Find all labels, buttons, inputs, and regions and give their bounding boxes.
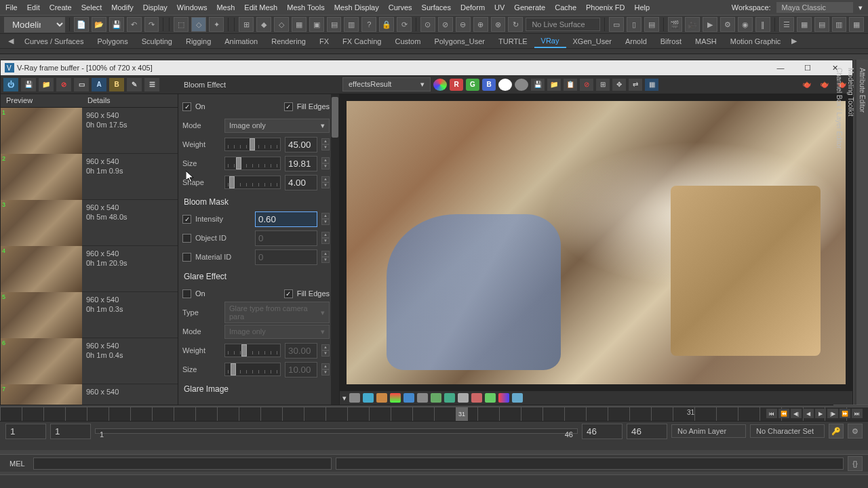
menu-display[interactable]: Display — [143, 3, 167, 12]
menu-create[interactable]: Create — [50, 3, 72, 12]
goto-end-icon[interactable]: ⏭ — [852, 409, 863, 418]
range-start-input[interactable] — [5, 424, 46, 439]
ch2-icon[interactable]: ⊘ — [438, 17, 453, 32]
vp-copy-icon[interactable]: 📋 — [564, 79, 577, 91]
green-channel-button[interactable]: G — [466, 79, 479, 91]
history-list[interactable]: 1960 x 5400h 0m 17.5s 2960 x 5400h 1m 0.… — [1, 108, 178, 405]
toggle1-icon[interactable]: ▭ — [609, 17, 624, 32]
channel-select[interactable]: effectsResult▾ — [342, 77, 431, 92]
bloom-weight-spinner[interactable]: ▲▼ — [321, 138, 330, 150]
settings-scrollbar[interactable] — [331, 94, 339, 405]
open-scene-icon[interactable]: 📂 — [92, 17, 106, 32]
save-scene-icon[interactable]: 💾 — [109, 17, 124, 32]
minimize-button[interactable]: — — [767, 60, 794, 75]
history-preview-header[interactable]: Preview — [1, 94, 82, 107]
shelf-tab-sculpting[interactable]: Sculpting — [135, 35, 179, 47]
anim-layer-select[interactable]: No Anim Layer — [671, 424, 746, 438]
toggle3-icon[interactable]: ▤ — [644, 17, 659, 32]
intensity-input[interactable] — [255, 211, 317, 227]
panel5-icon[interactable]: ▦ — [849, 17, 864, 32]
menu-cache[interactable]: Cache — [555, 3, 576, 12]
history-item[interactable]: 5960 x 5400h 1m 0.3s — [1, 292, 178, 338]
cc-ocio-icon[interactable] — [458, 393, 469, 403]
range-slider[interactable]: 146 — [95, 428, 578, 434]
bloom-weight-slider[interactable] — [224, 138, 281, 151]
materialid-input[interactable] — [255, 249, 317, 265]
glare-filledges-checkbox[interactable] — [284, 289, 293, 298]
new-scene-icon[interactable]: 📄 — [74, 17, 89, 32]
mode-select[interactable]: Modeling — [4, 17, 65, 33]
teapot-green-icon[interactable]: 🫖 — [800, 79, 814, 91]
alpha-gray-icon[interactable] — [515, 79, 528, 91]
shelf-tab-turtle[interactable]: TURTLE — [492, 35, 534, 47]
history-item[interactable]: 1960 x 5400h 0m 17.5s — [1, 108, 178, 154]
shelf-next-icon[interactable]: ▶ — [787, 37, 801, 45]
history-item[interactable]: 2960 x 5400h 1m 0.9s — [1, 154, 178, 200]
goto-start-icon[interactable]: ⏮ — [766, 409, 777, 418]
bloom-mode-select[interactable]: Image only▾ — [224, 119, 330, 133]
rgb-color-icon[interactable] — [433, 79, 447, 91]
snap-curve-icon[interactable]: ◆ — [256, 17, 271, 32]
glare-mode-select[interactable]: Image only▾ — [224, 325, 330, 339]
vp-track-icon[interactable]: ✥ — [612, 79, 626, 91]
menu-mesh-tools[interactable]: Mesh Tools — [287, 3, 324, 12]
glare-size-spinner[interactable]: ▲▼ — [321, 363, 330, 375]
play-back-icon[interactable]: ◀ — [803, 409, 814, 418]
cc-hue-icon[interactable] — [376, 393, 387, 403]
intensity-spinner[interactable]: ▲▼ — [321, 213, 330, 225]
render-current-icon[interactable]: 🎥 — [685, 17, 700, 32]
vfb-region-icon[interactable]: ▭ — [74, 78, 89, 92]
menu-windows[interactable]: Windows — [177, 3, 208, 12]
undo-icon[interactable]: ↶ — [127, 17, 142, 32]
menu-phoenix[interactable]: Phoenix FD — [586, 3, 625, 12]
redo-icon[interactable]: ↷ — [144, 17, 159, 32]
step-back-icon[interactable]: ⏪ — [778, 409, 789, 418]
pause-icon[interactable]: ‖ — [755, 17, 770, 32]
bloom-shape-spinner[interactable]: ▲▼ — [321, 176, 330, 188]
shelf-tab-fxcaching[interactable]: FX Caching — [336, 35, 388, 47]
menu-help[interactable]: Help — [634, 3, 650, 12]
shelf-tab-vray[interactable]: VRay — [534, 35, 566, 48]
cc-white-balance-icon[interactable] — [363, 393, 374, 403]
ch6-icon[interactable]: ↻ — [508, 17, 523, 32]
render-image-area[interactable] — [340, 94, 852, 391]
menu-edit[interactable]: Edit — [27, 3, 40, 12]
hypershade-icon[interactable]: ◉ — [738, 17, 753, 32]
ch3-icon[interactable]: ⊖ — [456, 17, 471, 32]
cc-lut-icon[interactable] — [444, 393, 455, 403]
shelf-tab-polygons[interactable]: Polygons — [90, 35, 134, 47]
vp-pixel-icon[interactable]: ▦ — [645, 79, 658, 91]
menu-surfaces[interactable]: Surfaces — [422, 3, 451, 12]
objectid-checkbox[interactable] — [182, 234, 191, 243]
bloom-on-checkbox[interactable] — [182, 102, 191, 111]
autokey-icon[interactable]: 🔑 — [829, 424, 844, 439]
bloom-weight-input[interactable] — [285, 137, 317, 152]
menu-select[interactable]: Select — [81, 3, 102, 12]
menu-generate[interactable]: Generate — [514, 3, 545, 12]
bloom-size-spinner[interactable]: ▲▼ — [321, 157, 330, 169]
ipr-render-icon[interactable]: ▶ — [703, 17, 717, 32]
shelf-tab-fx[interactable]: FX — [313, 35, 336, 47]
render-settings-icon[interactable]: ⚙ — [720, 17, 735, 32]
tab-channel-box[interactable]: Channel Box / Layer Editor — [833, 60, 845, 405]
snap-center-icon[interactable]: ▣ — [309, 17, 324, 32]
menu-curves[interactable]: Curves — [389, 3, 412, 12]
help-icon[interactable]: ? — [361, 17, 376, 32]
ch4-icon[interactable]: ⊕ — [473, 17, 488, 32]
command-input[interactable] — [33, 458, 332, 470]
live-surface-field[interactable]: No Live Surface — [526, 18, 599, 31]
play-fwd-icon[interactable]: ▶ — [815, 409, 826, 418]
intensity-checkbox[interactable] — [182, 215, 191, 224]
bloom-shape-slider[interactable] — [224, 176, 281, 189]
history-details-header[interactable]: Details — [82, 94, 116, 107]
vfb-clear-icon[interactable]: ⊘ — [56, 78, 71, 92]
vfb-load-icon[interactable]: 📁 — [39, 78, 54, 92]
history-icon[interactable]: ⟳ — [397, 17, 412, 32]
range-end-input[interactable] — [627, 424, 667, 439]
shelf-tab-xgen[interactable]: XGen_User — [566, 35, 618, 47]
history-item[interactable]: 6960 x 5400h 1m 0.4s — [1, 338, 178, 384]
menu-mesh[interactable]: Mesh — [216, 3, 235, 12]
live-toggle-icon[interactable]: ▥ — [344, 17, 359, 32]
playback-end-input[interactable] — [582, 424, 623, 439]
objectid-spinner[interactable]: ▲▼ — [321, 232, 330, 244]
